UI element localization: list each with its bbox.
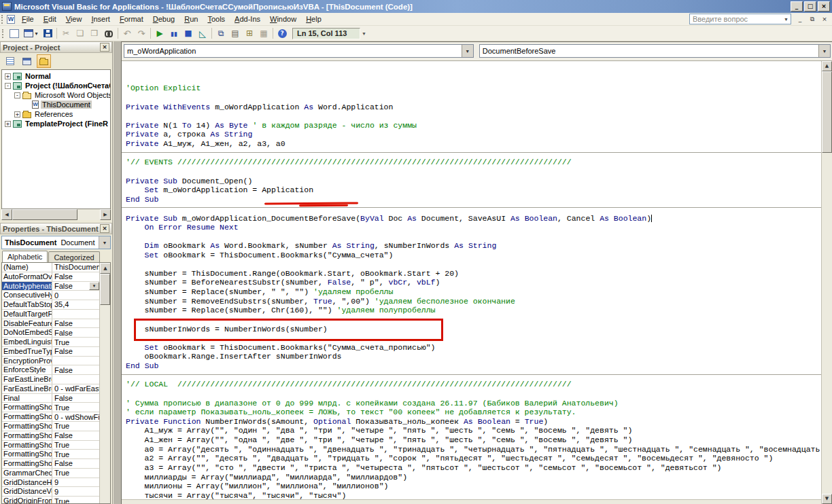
project-explorer-button[interactable]	[214, 27, 228, 40]
toolbox-button[interactable]	[257, 27, 271, 40]
property-value[interactable]: False	[52, 272, 99, 281]
property-row-defaulttargetfr[interactable]: DefaultTargetFr	[2, 310, 99, 319]
tab-alphabetic[interactable]: Alphabetic	[2, 251, 48, 262]
menu-window[interactable]: Window	[265, 14, 301, 24]
tree-expander-icon[interactable]: -	[14, 92, 20, 98]
scroll-right-icon[interactable]: ▶	[100, 209, 111, 220]
property-value[interactable]: True	[52, 441, 99, 450]
property-row-embedlinguistic[interactable]: EmbedLinguisticTrue	[2, 338, 99, 347]
scrollbar-thumb[interactable]	[12, 209, 77, 220]
tree-item-references[interactable]: +References	[2, 109, 110, 119]
chevron-down-icon[interactable]: ▼	[784, 17, 791, 22]
design-mode-button[interactable]	[196, 27, 209, 40]
property-row-name[interactable]: (Name)ThisDocument	[2, 263, 99, 272]
insert-userform-button[interactable]	[22, 27, 40, 40]
property-row-consecutivehyp[interactable]: ConsecutiveHyp0	[2, 291, 99, 300]
properties-window-button[interactable]	[228, 27, 242, 40]
menu-insert[interactable]: Insert	[86, 14, 115, 24]
property-row-autohyphenatio[interactable]: AutoHyphenatioFalse▼	[2, 282, 99, 291]
property-value[interactable]: 9	[52, 478, 99, 487]
property-value[interactable]	[52, 375, 99, 384]
property-row-formattingshow[interactable]: FormattingShowTrue	[2, 403, 99, 412]
close-button[interactable]: ×	[818, 1, 830, 12]
tree-expander-icon[interactable]: +	[14, 111, 20, 118]
property-row-embedtruetype[interactable]: EmbedTrueTypeFalse	[2, 347, 99, 357]
scroll-left-icon[interactable]: ◀	[1, 209, 12, 220]
menubar-grip[interactable]	[1, 15, 5, 24]
chevron-down-icon[interactable]: ▼	[462, 45, 473, 57]
scroll-down-icon[interactable]: ▼	[822, 494, 832, 504]
code-editor[interactable]: 'Option ExplicitPrivate WithEvents m_oWo…	[122, 61, 821, 499]
property-row-disablefeatures[interactable]: DisableFeaturesFalse	[2, 319, 99, 329]
undo-button[interactable]	[120, 27, 134, 40]
property-value[interactable]: False	[52, 328, 99, 337]
scroll-up-icon[interactable]: ▲	[822, 61, 832, 71]
view-microsoft-word-button[interactable]	[7, 27, 21, 40]
property-value[interactable]: True	[52, 450, 99, 458]
property-value[interactable]: True	[52, 403, 99, 412]
property-row-enforcestyle[interactable]: EnforceStyleFalse	[2, 365, 99, 375]
property-value[interactable]	[52, 310, 99, 319]
project-panel-close-icon[interactable]: ×	[100, 43, 109, 52]
tree-expander-icon[interactable]: +	[5, 73, 11, 79]
properties-object-dropdown[interactable]: ThisDocument Document ▼	[1, 236, 111, 249]
properties-vscrollbar[interactable]: ▲	[99, 263, 110, 503]
property-row-donotembedsys[interactable]: DoNotEmbedSysFalse	[2, 328, 99, 338]
tree-item-templateproject-finer[interactable]: +TemplateProject (FineR	[2, 119, 110, 128]
property-row-formattingshow[interactable]: FormattingShowFalse	[2, 459, 99, 469]
project-panel-titlebar[interactable]: Project - Project ×	[0, 41, 112, 53]
scroll-up-icon[interactable]: ▲	[100, 263, 111, 274]
property-row-formattingshow[interactable]: FormattingShowTrue	[2, 450, 99, 459]
chevron-down-icon[interactable]: ▼	[99, 236, 110, 249]
menu-tools[interactable]: Tools	[203, 14, 230, 24]
object-browser-button[interactable]	[243, 27, 256, 40]
tree-item-microsoft-word-objects[interactable]: -Microsoft Word Objects	[2, 90, 110, 100]
property-value[interactable]: False	[52, 394, 99, 403]
property-value[interactable]: False▼	[52, 282, 99, 291]
scrollbar-thumb[interactable]	[822, 71, 832, 153]
properties-panel-close-icon[interactable]: ×	[100, 224, 109, 233]
toolbar-options-icon[interactable]: ▼	[362, 31, 366, 36]
scrollbar-thumb[interactable]	[100, 274, 110, 305]
property-value[interactable]: True	[52, 497, 99, 503]
paste-button[interactable]	[88, 27, 101, 40]
tree-item-thisdocument[interactable]: WThisDocument	[2, 100, 110, 109]
break-button[interactable]	[167, 27, 181, 40]
chevron-down-icon[interactable]: ▼	[818, 45, 830, 57]
procedure-dropdown[interactable]: DocumentBeforeSave ▼	[479, 44, 831, 58]
property-row-formattingshow[interactable]: FormattingShowTrue	[2, 422, 99, 431]
cut-button[interactable]	[59, 27, 73, 40]
tree-expander-icon[interactable]: -	[5, 83, 11, 89]
property-row-formattingshow[interactable]: FormattingShowFalse	[2, 431, 99, 441]
property-value[interactable]: 0 - wdShowFilt	[52, 412, 99, 421]
menu-help[interactable]: Help	[301, 14, 326, 24]
minimize-button[interactable]: _	[791, 1, 803, 12]
code-vscrollbar[interactable]: ▲ ▼	[821, 61, 832, 504]
property-value[interactable]: False	[52, 459, 99, 468]
save-button[interactable]	[41, 27, 54, 40]
child-restore-button[interactable]: ⧉	[808, 15, 817, 24]
object-dropdown[interactable]: m_oWordApplication ▼	[124, 44, 474, 58]
menu-debug[interactable]: Debug	[148, 14, 179, 24]
property-value[interactable]	[52, 357, 99, 365]
property-row-final[interactable]: FinalFalse	[2, 394, 99, 403]
tree-item-normal[interactable]: +Normal	[2, 71, 110, 81]
property-row-griddistancever[interactable]: GridDistanceVer9	[2, 487, 99, 497]
property-value[interactable]: 35,4	[52, 300, 99, 309]
property-value[interactable]: True	[52, 422, 99, 431]
property-row-grammarchecke[interactable]: GrammarCheckeTrue	[2, 469, 99, 478]
view-code-button[interactable]	[3, 54, 17, 68]
property-value[interactable]: False	[52, 319, 99, 328]
run-sub-button[interactable]	[153, 27, 167, 40]
copy-button[interactable]	[73, 27, 87, 40]
property-row-fareastlinebrea[interactable]: FarEastLineBrea	[2, 375, 99, 384]
menu-view[interactable]: View	[61, 14, 87, 24]
property-value[interactable]: False	[52, 347, 99, 356]
reset-button[interactable]	[181, 27, 195, 40]
properties-panel-titlebar[interactable]: Properties - ThisDocument ×	[0, 223, 112, 234]
menu-addins[interactable]: Add-Ins	[230, 14, 265, 24]
menu-run[interactable]: Run	[179, 14, 203, 24]
tree-expander-icon[interactable]: +	[5, 121, 11, 127]
menu-format[interactable]: Format	[115, 14, 148, 24]
property-value[interactable]: True	[52, 338, 99, 346]
